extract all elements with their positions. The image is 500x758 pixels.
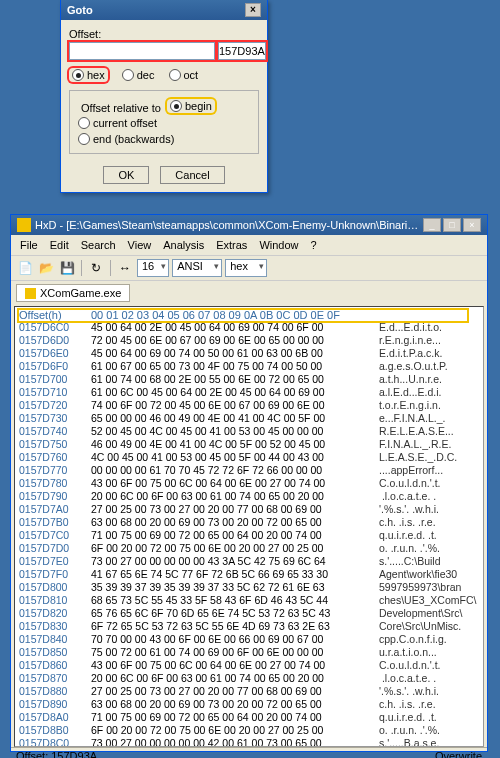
rel-current-radio[interactable]: current offset [78,117,157,129]
hex-row[interactable]: 0157D7A027 00 25 00 73 00 27 00 20 00 77… [19,503,479,516]
row-bytes[interactable]: 6F 00 20 00 72 00 75 00 6E 00 20 00 27 0… [91,724,379,737]
radix-oct-radio[interactable]: oct [169,68,199,82]
hex-row[interactable]: 0157D8C073 00 27 00 00 00 00 00 42 00 61… [19,737,479,747]
row-bytes[interactable]: 6F 72 65 5C 53 72 63 5C 55 6E 4D 69 73 6… [91,620,379,633]
menu-window[interactable]: Window [254,237,303,253]
hex-row[interactable]: 0157D8B06F 00 20 00 72 00 75 00 6E 00 20… [19,724,479,737]
menu-search[interactable]: Search [76,237,121,253]
radix-dec-radio[interactable]: dec [122,68,155,82]
hex-row[interactable]: 0157D71061 00 6C 00 45 00 64 00 2E 00 45… [19,386,479,399]
row-bytes[interactable]: 61 00 74 00 68 00 2E 00 55 00 6E 00 72 0… [91,373,379,386]
row-bytes[interactable]: 65 76 65 6C 6F 70 6D 65 6E 74 5C 53 72 6… [91,607,379,620]
menu-file[interactable]: File [15,237,43,253]
row-bytes[interactable]: 72 00 45 00 6E 00 67 00 69 00 6E 00 65 0… [91,334,379,347]
row-bytes[interactable]: 43 00 6F 00 75 00 6C 00 64 00 6E 00 27 0… [91,659,379,672]
row-bytes[interactable]: 27 00 25 00 73 00 27 00 20 00 77 00 68 0… [91,685,379,698]
maximize-icon[interactable]: □ [443,218,461,232]
menu-view[interactable]: View [123,237,157,253]
hex-row[interactable]: 0157D85075 00 72 00 61 00 74 00 69 00 6F… [19,646,479,659]
row-bytes[interactable]: 70 70 00 00 43 00 6F 00 6E 00 66 00 69 0… [91,633,379,646]
charset-select[interactable]: ANSI [172,259,222,277]
hex-row[interactable]: 0157D81068 65 73 5C 55 45 33 5F 58 43 6F… [19,594,479,607]
hxd-titlebar[interactable]: HxD - [E:\Games\Steam\steamapps\common\X… [11,215,487,235]
offset-input[interactable] [69,42,215,60]
menu-extras[interactable]: Extras [211,237,252,253]
open-icon[interactable]: 📂 [37,259,55,277]
row-bytes[interactable]: 00 00 00 00 61 70 70 45 72 72 6F 72 66 0… [91,464,379,477]
save-icon[interactable]: 💾 [58,259,76,277]
row-bytes[interactable]: 68 65 73 5C 55 45 33 5F 58 43 6F 6D 46 4… [91,594,379,607]
numbase-select[interactable]: hex [225,259,267,277]
width-select[interactable]: 16 [137,259,169,277]
goto-titlebar[interactable]: Goto × [61,0,267,20]
row-bytes[interactable]: 43 00 6F 00 75 00 6C 00 64 00 6E 00 27 0… [91,477,379,490]
hex-row[interactable]: 0157D87020 00 6C 00 6F 00 63 00 61 00 74… [19,672,479,685]
arrow-icon[interactable]: ↔ [116,259,134,277]
hex-row[interactable]: 0157D8306F 72 65 5C 53 72 63 5C 55 6E 4D… [19,620,479,633]
close-icon[interactable]: × [245,3,261,17]
rel-end-radio[interactable]: end (backwards) [78,133,174,145]
row-bytes[interactable]: 35 39 39 37 39 35 39 39 37 33 5C 62 72 6… [91,581,379,594]
cancel-button[interactable]: Cancel [160,166,224,184]
hex-row[interactable]: 0157D86043 00 6F 00 75 00 6C 00 64 00 6E… [19,659,479,672]
close-icon[interactable]: × [463,218,481,232]
refresh-icon[interactable]: ↻ [87,259,105,277]
row-bytes[interactable]: 73 00 27 00 00 00 00 00 42 00 61 00 73 0… [91,737,379,747]
row-bytes[interactable]: 41 67 65 6E 74 5C 77 6F 72 6B 5C 66 69 6… [91,568,379,581]
row-bytes[interactable]: 6F 00 20 00 72 00 75 00 6E 00 20 00 27 0… [91,542,379,555]
row-bytes[interactable]: 61 00 67 00 65 00 73 00 4F 00 75 00 74 0… [91,360,379,373]
hex-row[interactable]: 0157D6D072 00 45 00 6E 00 67 00 69 00 6E… [19,334,479,347]
hex-row[interactable]: 0157D79020 00 6C 00 6F 00 63 00 61 00 74… [19,490,479,503]
hex-row[interactable]: 0157D6E045 00 64 00 69 00 74 00 50 00 61… [19,347,479,360]
hex-row[interactable]: 0157D70061 00 74 00 68 00 2E 00 55 00 6E… [19,373,479,386]
row-bytes[interactable]: 20 00 6C 00 6F 00 63 00 61 00 74 00 65 0… [91,672,379,685]
row-bytes[interactable]: 63 00 68 00 20 00 69 00 73 00 20 00 72 0… [91,516,379,529]
hex-row[interactable]: 0157D72074 00 6F 00 72 00 45 00 6E 00 67… [19,399,479,412]
ok-button[interactable]: OK [103,166,149,184]
hex-row[interactable]: 0157D73065 00 00 00 46 00 49 00 4E 00 41… [19,412,479,425]
row-bytes[interactable]: 52 00 45 00 4C 00 45 00 41 00 53 00 45 0… [91,425,379,438]
row-bytes[interactable]: 71 00 75 00 69 00 72 00 65 00 64 00 20 0… [91,711,379,724]
rel-begin-radio[interactable]: begin [167,99,215,113]
row-bytes[interactable]: 4C 00 45 00 41 00 53 00 45 00 5F 00 44 0… [91,451,379,464]
hex-row[interactable]: 0157D7F041 67 65 6E 74 5C 77 6F 72 6B 5C… [19,568,479,581]
row-bytes[interactable]: 65 00 00 00 46 00 49 00 4E 00 41 00 4C 0… [91,412,379,425]
hex-row[interactable]: 0157D6F061 00 67 00 65 00 73 00 4F 00 75… [19,360,479,373]
hex-row[interactable]: 0157D80035 39 39 37 39 35 39 39 37 33 5C… [19,581,479,594]
hex-row[interactable]: 0157D74052 00 45 00 4C 00 45 00 41 00 53… [19,425,479,438]
row-bytes[interactable]: 20 00 6C 00 6F 00 63 00 61 00 74 00 65 0… [91,490,379,503]
row-bytes[interactable]: 73 00 27 00 00 00 00 00 43 3A 5C 42 75 6… [91,555,379,568]
row-bytes[interactable]: 46 00 49 00 4E 00 41 00 4C 00 5F 00 52 0… [91,438,379,451]
hex-body[interactable]: 0157D6C045 00 64 00 2E 00 45 00 64 00 69… [15,321,483,747]
hex-row[interactable]: 0157D77000 00 00 00 61 70 70 45 72 72 6F… [19,464,479,477]
hex-row[interactable]: 0157D6C045 00 64 00 2E 00 45 00 64 00 69… [19,321,479,334]
row-bytes[interactable]: 63 00 68 00 20 00 69 00 73 00 20 00 72 0… [91,698,379,711]
menu-analysis[interactable]: Analysis [158,237,209,253]
row-bytes[interactable]: 45 00 64 00 69 00 74 00 50 00 61 00 63 0… [91,347,379,360]
hex-row[interactable]: 0157D7D06F 00 20 00 72 00 75 00 6E 00 20… [19,542,479,555]
row-bytes[interactable]: 75 00 72 00 61 00 74 00 69 00 6F 00 6E 0… [91,646,379,659]
hex-row[interactable]: 0157D88027 00 25 00 73 00 27 00 20 00 77… [19,685,479,698]
hex-row[interactable]: 0157D78043 00 6F 00 75 00 6C 00 64 00 6E… [19,477,479,490]
row-bytes[interactable]: 74 00 6F 00 72 00 45 00 6E 00 67 00 69 0… [91,399,379,412]
file-tab[interactable]: XComGame.exe [16,284,130,302]
menu-edit[interactable]: Edit [45,237,74,253]
hex-row[interactable]: 0157D75046 00 49 00 4E 00 41 00 4C 00 5F… [19,438,479,451]
menu-help[interactable]: ? [306,237,322,253]
hex-row[interactable]: 0157D89063 00 68 00 20 00 69 00 73 00 20… [19,698,479,711]
hex-row[interactable]: 0157D8A071 00 75 00 69 00 72 00 65 00 64… [19,711,479,724]
hex-row[interactable]: 0157D7E073 00 27 00 00 00 00 00 43 3A 5C… [19,555,479,568]
hex-editor-area[interactable]: Offset(h) 00 01 02 03 04 05 06 07 08 09 … [14,306,484,747]
hex-row[interactable]: 0157D84070 70 00 00 43 00 6F 00 6E 00 66… [19,633,479,646]
new-file-icon[interactable]: 📄 [16,259,34,277]
hex-row[interactable]: 0157D7B063 00 68 00 20 00 69 00 73 00 20… [19,516,479,529]
row-bytes[interactable]: 45 00 64 00 2E 00 45 00 64 00 69 00 74 0… [91,321,379,334]
minimize-icon[interactable]: _ [423,218,441,232]
hex-row[interactable]: 0157D7604C 00 45 00 41 00 53 00 45 00 5F… [19,451,479,464]
hex-row[interactable]: 0157D7C071 00 75 00 69 00 72 00 65 00 64… [19,529,479,542]
hex-row[interactable]: 0157D82065 76 65 6C 6F 70 6D 65 6E 74 5C… [19,607,479,620]
row-bytes[interactable]: 71 00 75 00 69 00 72 00 65 00 64 00 20 0… [91,529,379,542]
row-bytes[interactable]: 61 00 6C 00 45 00 64 00 2E 00 45 00 64 0… [91,386,379,399]
radix-hex-radio[interactable]: hex [69,68,108,82]
row-bytes[interactable]: 27 00 25 00 73 00 27 00 20 00 77 00 68 0… [91,503,379,516]
